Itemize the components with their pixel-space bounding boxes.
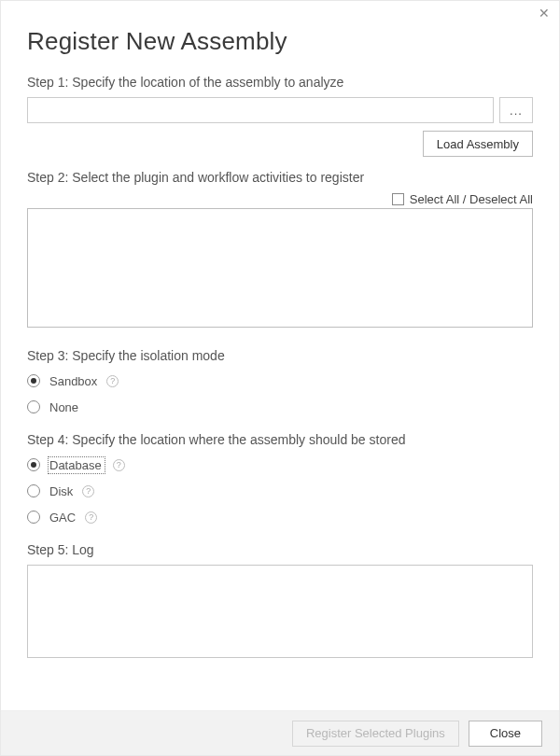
radio-label: Sandbox — [49, 374, 97, 388]
log-textbox[interactable] — [27, 565, 533, 658]
select-all-label: Select All / Deselect All — [410, 192, 533, 206]
dialog-title: Register New Assembly — [27, 27, 533, 56]
close-icon[interactable]: ✕ — [539, 7, 550, 20]
register-selected-plugins-button: Register Selected Plugins — [292, 721, 459, 747]
browse-button[interactable]: ... — [499, 97, 533, 123]
step3-section: Step 3: Specify the isolation mode Sandb… — [27, 348, 533, 415]
step4-section: Step 4: Specify the location where the a… — [27, 432, 533, 525]
step5-label: Step 5: Log — [27, 542, 533, 557]
radio-label: None — [49, 400, 78, 414]
assembly-path-input[interactable] — [27, 97, 494, 123]
step5-section: Step 5: Log — [27, 542, 533, 658]
step1-section: Step 1: Specify the location of the asse… — [27, 75, 533, 157]
help-icon[interactable]: ? — [113, 459, 125, 471]
step2-label: Step 2: Select the plugin and workflow a… — [27, 170, 533, 185]
step4-label: Step 4: Specify the location where the a… — [27, 432, 533, 447]
help-icon[interactable]: ? — [85, 511, 97, 524]
help-icon[interactable]: ? — [82, 485, 94, 497]
step1-label: Step 1: Specify the location of the asse… — [27, 75, 533, 90]
radio-icon[interactable] — [27, 374, 40, 387]
step2-section: Step 2: Select the plugin and workflow a… — [27, 170, 533, 328]
step3-label: Step 3: Specify the isolation mode — [27, 348, 533, 363]
radio-icon[interactable] — [27, 484, 40, 497]
dialog-footer: Register Selected Plugins Close — [1, 710, 559, 755]
load-assembly-button[interactable]: Load Assembly — [423, 131, 533, 157]
storage-option-gac[interactable]: GAC? — [27, 509, 533, 525]
isolation-option-sandbox[interactable]: Sandbox? — [27, 372, 533, 389]
radio-label: Disk — [49, 484, 73, 498]
help-icon[interactable]: ? — [106, 375, 119, 387]
radio-icon[interactable] — [27, 400, 40, 413]
storage-option-database[interactable]: Database? — [27, 456, 533, 473]
storage-option-disk[interactable]: Disk? — [27, 483, 533, 499]
isolation-option-none[interactable]: None — [27, 399, 533, 415]
radio-icon[interactable] — [27, 458, 40, 471]
dialog-content: Register New Assembly Step 1: Specify th… — [1, 1, 559, 658]
plugin-listbox[interactable] — [27, 208, 533, 328]
radio-label: GAC — [49, 511, 76, 525]
radio-icon[interactable] — [27, 511, 40, 524]
radio-label: Database — [49, 458, 104, 472]
select-all-checkbox[interactable] — [392, 193, 404, 205]
close-button[interactable]: Close — [469, 721, 542, 747]
